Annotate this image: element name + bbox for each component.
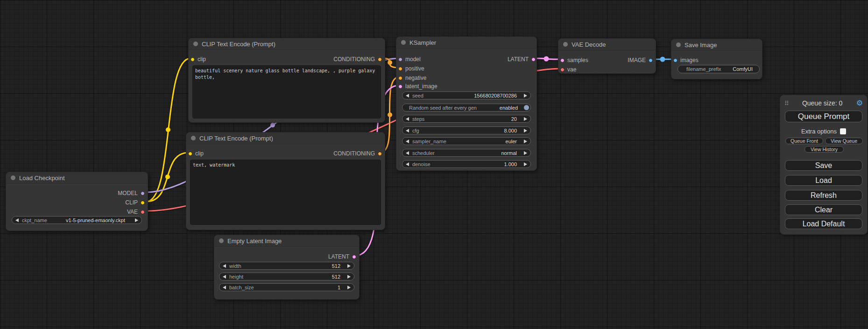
toggle-dot[interactable] [524,105,529,110]
clear-button[interactable]: Clear [785,204,862,215]
output-port-latent[interactable] [531,57,536,62]
output-port-latent[interactable] [352,255,356,259]
decrement-arrow-icon[interactable] [406,94,409,98]
increment-arrow-icon[interactable] [347,264,351,268]
steps-widget[interactable]: steps 20 [402,115,531,123]
decrement-arrow-icon[interactable] [223,275,226,279]
input-port-vae[interactable] [560,68,565,72]
node-title-bar[interactable]: Save Image [671,39,762,51]
prompt-textarea[interactable]: beautiful scenery nature glass bottle la… [192,65,381,119]
queue-front-button[interactable]: Queue Front [785,138,823,144]
collapse-dot-icon[interactable] [219,238,224,243]
decrement-arrow-icon[interactable] [406,117,409,121]
collapse-dot-icon[interactable] [563,42,568,47]
view-history-button[interactable]: View History [804,146,844,153]
cfg-widget[interactable]: cfg 8.000 [402,126,531,134]
input-port-samples[interactable] [560,58,565,63]
node-clip-text-encode-negative[interactable]: CLIP Text Encode (Prompt) clip CONDITION… [186,132,385,230]
load-default-button[interactable]: Load Default [785,218,862,229]
output-port-conditioning[interactable] [378,152,382,156]
collapse-dot-icon[interactable] [191,136,196,140]
node-load-checkpoint[interactable]: Load Checkpoint MODEL CLIP VAE ckpt_name… [6,172,148,231]
collapse-dot-icon[interactable] [401,40,406,45]
widget-name: ckpt_name [22,217,47,223]
width-widget[interactable]: width 512 [219,262,354,270]
output-port-conditioning[interactable] [378,57,382,62]
node-title-bar[interactable]: Load Checkpoint [6,172,148,184]
save-label: Save [815,161,832,170]
link-middle-dot [165,175,170,179]
increment-arrow-icon[interactable] [524,94,527,98]
node-title-bar[interactable]: CLIP Text Encode (Prompt) [189,38,385,50]
increment-arrow-icon[interactable] [524,151,527,155]
input-label-samples: samples [567,57,588,63]
ckpt-name-widget[interactable]: ckpt_name v1-5-pruned-emaonly.ckpt [12,216,142,224]
batch-size-widget[interactable]: batch_size 1 [219,283,354,291]
input-port-images[interactable] [673,58,677,63]
output-port-image[interactable] [649,58,653,63]
node-title: Load Checkpoint [19,175,65,182]
widget-name: batch_size [229,285,254,290]
queue-panel[interactable]: ⠿ Queue size: 0 ⚙ Queue Prompt Extra opt… [780,95,868,235]
widget-name: denoise [412,161,430,167]
node-title-bar[interactable]: VAE Decode [558,39,656,50]
increment-arrow-icon[interactable] [524,162,527,166]
extra-options-checkbox[interactable] [840,128,846,134]
input-port-latent-image[interactable] [398,84,402,89]
sampler-name-widget[interactable]: sampler_name euler [402,137,531,145]
input-label-model: model [405,56,421,63]
node-save-image[interactable]: Save Image images filename_prefix ComfyU… [671,39,762,79]
view-queue-button[interactable]: View Queue [825,138,863,144]
refresh-button[interactable]: Refresh [785,190,862,201]
input-label-latent-image: latent_image [405,83,438,90]
drag-handle-icon[interactable]: ⠿ [784,100,789,107]
input-port-clip[interactable] [188,152,192,156]
input-port-clip[interactable] [191,57,195,62]
increment-arrow-icon[interactable] [524,129,527,133]
filename-prefix-widget[interactable]: filename_prefix ComfyUI [677,65,760,73]
extra-options-label: Extra options [801,128,837,135]
node-vae-decode[interactable]: VAE Decode samples vae IMAGE [558,38,656,74]
node-clip-text-encode-positive[interactable]: CLIP Text Encode (Prompt) clip CONDITION… [188,38,385,123]
widget-name: width [229,263,241,269]
scheduler-widget[interactable]: scheduler normal [402,149,531,157]
prompt-textarea[interactable]: text, watermark [190,160,381,225]
link-middle-dot [388,112,392,117]
decrement-arrow-icon[interactable] [406,129,409,133]
input-port-model[interactable] [398,57,402,62]
queue-prompt-button[interactable]: Queue Prompt [785,111,862,122]
denoise-widget[interactable]: denoise 1.000 [402,160,531,168]
increment-arrow-icon[interactable] [347,286,351,289]
collapse-dot-icon[interactable] [11,175,15,180]
output-port-vae[interactable] [141,210,145,214]
node-title-bar[interactable]: Empty Latent Image [214,235,359,247]
decrement-arrow-icon[interactable] [406,140,409,143]
node-graph-canvas[interactable]: Load Checkpoint MODEL CLIP VAE ckpt_name… [0,0,868,329]
output-port-model[interactable] [141,191,145,196]
load-button[interactable]: Load [785,175,862,186]
node-title-bar[interactable]: KSampler [396,37,536,49]
increment-arrow-icon[interactable] [135,218,138,222]
collapse-dot-icon[interactable] [193,42,198,46]
node-title-bar[interactable]: CLIP Text Encode (Prompt) [186,133,385,144]
random-seed-toggle[interactable]: Random seed after every gen enabled [402,104,531,112]
node-empty-latent-image[interactable]: Empty Latent Image LATENT width 512 heig… [214,235,360,300]
increment-arrow-icon[interactable] [524,117,527,121]
output-port-clip[interactable] [141,201,145,205]
decrement-arrow-icon[interactable] [406,162,409,166]
save-button[interactable]: Save [785,160,862,171]
queue-front-label: Queue Front [790,138,818,144]
decrement-arrow-icon[interactable] [406,151,409,155]
increment-arrow-icon[interactable] [347,275,351,279]
decrement-arrow-icon[interactable] [223,264,226,268]
input-port-negative[interactable] [398,76,402,80]
increment-arrow-icon[interactable] [524,140,527,143]
input-port-positive[interactable] [398,67,402,71]
height-widget[interactable]: height 512 [219,273,354,280]
gear-icon[interactable]: ⚙ [856,99,863,107]
node-ksampler[interactable]: KSampler model positive negative latent_… [396,36,537,171]
decrement-arrow-icon[interactable] [15,218,19,222]
seed-widget[interactable]: seed 156680208700286 [402,91,531,99]
decrement-arrow-icon[interactable] [223,286,226,289]
collapse-dot-icon[interactable] [676,42,681,47]
